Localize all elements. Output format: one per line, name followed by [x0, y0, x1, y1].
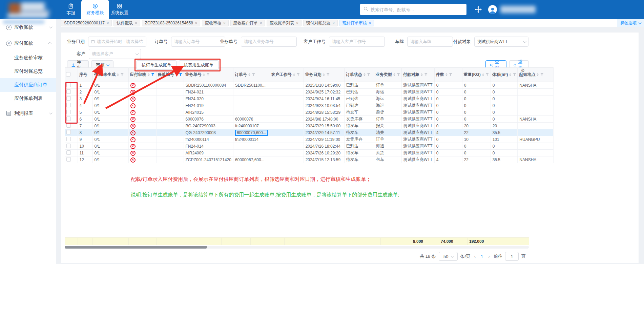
sort-icon[interactable]: [248, 73, 250, 76]
scrollbar-thumb[interactable]: [65, 246, 207, 249]
nav-item-finance[interactable]: 财务模块: [81, 0, 109, 19]
tab-快件配载[interactable]: 快件配载×: [113, 20, 140, 26]
sidebar-item-业务底价审核[interactable]: 业务底价审核: [0, 51, 56, 65]
tab-应收客户订单[interactable]: 应收客户订单×: [230, 20, 265, 26]
filter-funnel-icon[interactable]: [513, 73, 516, 76]
biz-no-input[interactable]: [244, 39, 294, 44]
sidebar-item-应付账单列表[interactable]: 应付账单列表: [0, 92, 56, 105]
prev-page-button[interactable]: ‹: [473, 254, 477, 259]
table-row[interactable]: 60/1✕60000076600000762024/8/8 17:48:00发货…: [65, 116, 554, 123]
filter-funnel-icon[interactable]: [449, 73, 452, 76]
filter-funnel-icon[interactable]: [486, 73, 489, 76]
sort-icon[interactable]: [421, 73, 423, 76]
table-row[interactable]: 120/1✕ZCPZ001-24071512142060000067,600..…: [65, 156, 554, 163]
global-search-input[interactable]: [371, 7, 455, 12]
row-checkbox[interactable]: [66, 144, 71, 148]
column-header-重量(KG)[interactable]: 重量(KG): [462, 68, 491, 82]
order-no-input[interactable]: [174, 39, 222, 44]
tab-close-icon[interactable]: ×: [223, 21, 225, 25]
generate-bill-by-fee-button[interactable]: 按费用生成账单: [179, 60, 219, 70]
filter-funnel-icon[interactable]: [252, 73, 255, 76]
tab-close-icon[interactable]: ×: [135, 21, 137, 25]
sidebar-item-应付对账总览[interactable]: 应付对账总览: [0, 65, 56, 78]
tab-close-icon[interactable]: ×: [369, 21, 371, 25]
row-checkbox[interactable]: [66, 96, 71, 101]
sort-icon[interactable]: [482, 73, 484, 76]
table-row[interactable]: 100/1✕FN24-0142024/7/26 18:02:44已到达海运测试供…: [65, 143, 554, 150]
table-row[interactable]: 90/1✕fn240000114fn2400001142024/7/29 11:…: [65, 136, 554, 143]
tab-SDDR2509260000117[interactable]: SDDR2509260000117×: [61, 20, 112, 26]
select-all-checkbox[interactable]: [66, 72, 70, 77]
sort-icon[interactable]: [363, 73, 366, 76]
tab-close-icon[interactable]: ×: [296, 21, 298, 25]
tab-close-icon[interactable]: ×: [333, 21, 335, 25]
column-header-订单状态[interactable]: 订单状态: [344, 68, 374, 82]
table-row[interactable]: 10/1✕SDDR2501100000084SDDR2501100...2025…: [65, 82, 554, 89]
sort-icon[interactable]: [445, 73, 448, 76]
global-search[interactable]: [360, 4, 466, 15]
column-header-体积(m³)[interactable]: 体积(m³): [491, 68, 518, 82]
tab-现付订单审核[interactable]: 现付订单审核×: [339, 20, 374, 26]
sort-icon[interactable]: [393, 73, 395, 76]
column-header-客户工作号[interactable]: 客户工作号: [270, 68, 304, 82]
sort-icon[interactable]: [323, 73, 325, 76]
table-row[interactable]: 50/1✕AIR240152024/8/28 15:53:29待发车卖货测试供应…: [65, 109, 554, 116]
filter-funnel-icon[interactable]: [424, 73, 428, 76]
row-checkbox[interactable]: [66, 150, 71, 155]
plate-input[interactable]: [410, 39, 450, 44]
column-header-业务类型[interactable]: 业务类型: [374, 68, 401, 82]
payee-select[interactable]: 测试供应商WTT: [474, 37, 528, 47]
nav-item-ltl[interactable]: 零担: [60, 0, 81, 19]
next-page-button[interactable]: ›: [487, 254, 491, 259]
sort-icon[interactable]: [175, 73, 178, 76]
sort-icon[interactable]: [203, 73, 205, 76]
column-header-生成/未生成[interactable]: 生成/未生成: [92, 68, 128, 82]
sort-icon[interactable]: [117, 73, 119, 76]
customer-job-input[interactable]: [332, 39, 382, 44]
selected-order-cell[interactable]: 60000070,600...: [235, 130, 268, 136]
horizontal-scrollbar[interactable]: [65, 246, 529, 249]
generate-bill-by-order-button[interactable]: 按订单生成账单: [137, 60, 176, 70]
row-checkbox[interactable]: [66, 89, 71, 94]
page-size-select[interactable]: 50: [439, 252, 458, 261]
nav-item-settings[interactable]: 系统设置: [109, 0, 130, 19]
customer-select[interactable]: 请选择客户: [89, 49, 141, 59]
table-row[interactable]: 110/1✕AIR240092024/7/26 10:29:20待发车卖货测试供…: [65, 150, 554, 156]
table-row[interactable]: 40/1✕FN24-0192024/9/23 10:03:54已到达海运测试供应…: [65, 102, 554, 109]
current-page[interactable]: 1: [479, 254, 484, 259]
table-row[interactable]: 70/1✕BG-2407290003fn2400001072024/7/29 1…: [65, 123, 554, 129]
avatar[interactable]: [488, 5, 497, 14]
column-header-业务日期[interactable]: 业务日期: [304, 68, 344, 82]
column-header-付款对象[interactable]: 付款对象: [401, 68, 434, 82]
row-checkbox[interactable]: [66, 123, 71, 128]
filter-funnel-icon[interactable]: [151, 73, 154, 76]
row-checkbox[interactable]: [66, 130, 71, 134]
sort-icon[interactable]: [537, 73, 539, 76]
date-range-placeholder[interactable]: [97, 39, 143, 44]
row-checkbox[interactable]: [66, 103, 71, 107]
tab-ZCPZ3103-250326154658[interactable]: ZCPZ3103-250326154658×: [142, 20, 201, 26]
row-checkbox[interactable]: [66, 137, 71, 141]
column-header-序号[interactable]: 序号: [78, 68, 92, 82]
row-checkbox[interactable]: [66, 116, 71, 121]
date-range-input[interactable]: [88, 37, 146, 47]
tab-close-icon[interactable]: ×: [195, 21, 197, 25]
filter-funnel-icon[interactable]: [207, 73, 210, 76]
column-header-件数[interactable]: 件数: [434, 68, 462, 82]
filter-funnel-icon[interactable]: [121, 73, 124, 76]
filter-funnel-icon[interactable]: [367, 73, 370, 76]
tab-应收审核[interactable]: 应收审核×: [202, 20, 228, 26]
table-row[interactable]: 20/1✕FN24-0212024/9/25 17:02:32已到达海运测试供应…: [65, 89, 554, 96]
sort-icon[interactable]: [148, 73, 150, 76]
table-row[interactable]: 30/1✕FN24-0202024/9/24 16:11:45已到达海运测试供应…: [65, 96, 554, 102]
sort-icon[interactable]: [509, 73, 511, 76]
tag-options-button[interactable]: 标签选项: [617, 19, 644, 27]
column-header-订单号[interactable]: 订单号: [233, 68, 270, 82]
sidebar-group-应付账款[interactable]: ¥应付账款: [0, 35, 56, 51]
row-checkbox[interactable]: [66, 157, 71, 162]
filter-funnel-icon[interactable]: [297, 73, 300, 76]
filter-funnel-icon[interactable]: [327, 73, 330, 76]
column-settings-gear-icon[interactable]: ⚙: [521, 68, 525, 73]
move-drag-icon[interactable]: [475, 6, 482, 15]
sidebar-item-应付供应商订单[interactable]: 应付供应商订单: [0, 78, 56, 92]
